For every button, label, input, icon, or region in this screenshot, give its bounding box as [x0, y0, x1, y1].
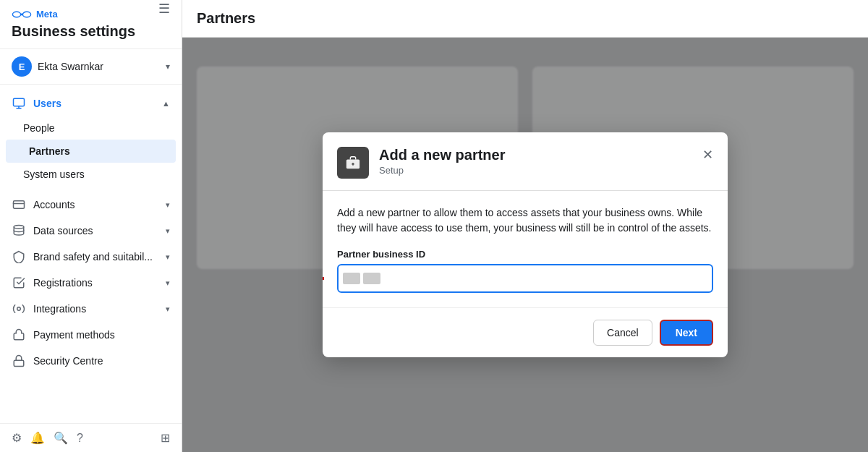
integrations-label: Integrations [33, 303, 158, 315]
sidebar-item-accounts[interactable]: Accounts ▾ [0, 192, 182, 218]
search-icon[interactable]: 🔍 [54, 431, 68, 445]
system-users-label: System users [23, 169, 170, 180]
briefcase-icon [345, 155, 361, 171]
page-title: Partners [197, 10, 854, 27]
modal-title: Add a new partner [379, 147, 692, 163]
meta-label: Meta [36, 9, 58, 20]
people-label: People [23, 122, 170, 134]
partner-id-input[interactable] [337, 264, 713, 293]
prefix-block-1 [343, 273, 360, 284]
payment-methods-label: Payment methods [33, 329, 170, 341]
chevron-down-icon: ▾ [166, 61, 170, 72]
account-selector[interactable]: E Ekta Swarnkar ▾ [0, 49, 182, 85]
sidebar-item-brand-safety[interactable]: Brand safety and suitabil... ▾ [0, 244, 182, 270]
svg-point-8 [14, 226, 24, 229]
integrations-chevron-icon: ▾ [166, 304, 170, 314]
cancel-button[interactable]: Cancel [593, 320, 652, 346]
prefix-block-2 [363, 273, 380, 284]
next-button[interactable]: Next [660, 320, 713, 346]
sidebar-item-security-centre[interactable]: Security Centre [0, 348, 182, 374]
sidebar-item-system-users[interactable]: System users [0, 163, 182, 186]
users-icon [12, 96, 26, 111]
business-settings-title: Business settings [12, 22, 170, 40]
svg-point-9 [17, 307, 21, 311]
add-partner-modal: Add a new partner Setup ✕ Add a new part… [323, 132, 728, 357]
data-sources-chevron-icon: ▾ [166, 226, 170, 236]
settings-icon[interactable]: ⚙ [12, 431, 22, 445]
sidebar-item-integrations[interactable]: Integrations ▾ [0, 296, 182, 322]
meta-icon [12, 9, 32, 20]
users-label: Users [33, 98, 155, 109]
users-chevron-icon: ▲ [162, 99, 170, 108]
security-centre-label: Security Centre [33, 355, 170, 367]
modal-body: Add a new partner to allow them to acces… [323, 191, 728, 307]
brand-safety-icon [12, 250, 26, 264]
modal-footer: Cancel Next [323, 307, 728, 357]
modal-icon [337, 147, 369, 179]
modal-subtitle: Setup [379, 165, 692, 176]
data-sources-icon [12, 223, 26, 238]
registrations-label: Registrations [33, 277, 158, 289]
integrations-icon [12, 302, 26, 316]
partner-id-input-wrapper [337, 264, 713, 293]
topbar: Partners [182, 0, 868, 38]
accounts-chevron-icon: ▾ [166, 200, 170, 210]
svg-rect-10 [14, 360, 24, 366]
accounts-label: Accounts [33, 199, 158, 210]
content-area: Add a new partner Setup ✕ Add a new part… [182, 38, 868, 452]
meta-logo: Meta [12, 9, 58, 20]
arrow-indicator [323, 268, 330, 289]
svg-point-2 [21, 13, 23, 15]
sidebar-item-users[interactable]: Users ▲ [0, 90, 182, 116]
modal-title-area: Add a new partner Setup [379, 147, 692, 176]
help-icon[interactable]: ? [77, 432, 83, 445]
brand-safety-label: Brand safety and suitabil... [33, 251, 158, 263]
sidebar-header: Meta ☰ Business settings [0, 0, 182, 49]
svg-rect-6 [14, 201, 25, 209]
bell-icon[interactable]: 🔔 [30, 431, 45, 445]
modal-overlay: Add a new partner Setup ✕ Add a new part… [182, 38, 868, 452]
grid-icon[interactable]: ⊞ [161, 431, 170, 445]
svg-point-1 [22, 12, 30, 17]
brand-safety-chevron-icon: ▾ [166, 252, 170, 262]
registrations-icon [12, 276, 26, 290]
modal-close-button[interactable]: ✕ [702, 147, 713, 163]
svg-point-0 [12, 12, 20, 17]
partners-label: Partners [29, 145, 170, 157]
sidebar-item-payment-methods[interactable]: Payment methods [0, 322, 182, 348]
svg-rect-3 [14, 98, 25, 106]
hamburger-button[interactable]: ☰ [158, 1, 170, 17]
main-area: Partners [182, 0, 868, 452]
sidebar-item-people[interactable]: People [0, 116, 182, 140]
red-arrow-icon [323, 268, 330, 289]
sidebar-footer: ⚙ 🔔 🔍 ? ⊞ [0, 423, 182, 452]
modal-description: Add a new partner to allow them to acces… [337, 205, 713, 236]
registrations-chevron-icon: ▾ [166, 278, 170, 288]
sidebar-item-partners[interactable]: Partners [6, 140, 176, 163]
nav-users-section: Users ▲ People Partners System users [0, 85, 182, 192]
avatar: E [12, 56, 32, 77]
data-sources-label: Data sources [33, 225, 158, 236]
sidebar-item-data-sources[interactable]: Data sources ▾ [0, 218, 182, 244]
accounts-icon [12, 197, 26, 212]
security-icon [12, 354, 26, 368]
payment-icon [12, 328, 26, 342]
partner-id-label: Partner business ID [337, 249, 713, 260]
modal-header: Add a new partner Setup ✕ [323, 132, 728, 179]
sidebar-item-registrations[interactable]: Registrations ▾ [0, 270, 182, 296]
sidebar: Meta ☰ Business settings E Ekta Swarnkar… [0, 0, 182, 452]
input-prefix-blocks [343, 273, 380, 284]
account-name: Ekta Swarnkar [38, 61, 160, 72]
